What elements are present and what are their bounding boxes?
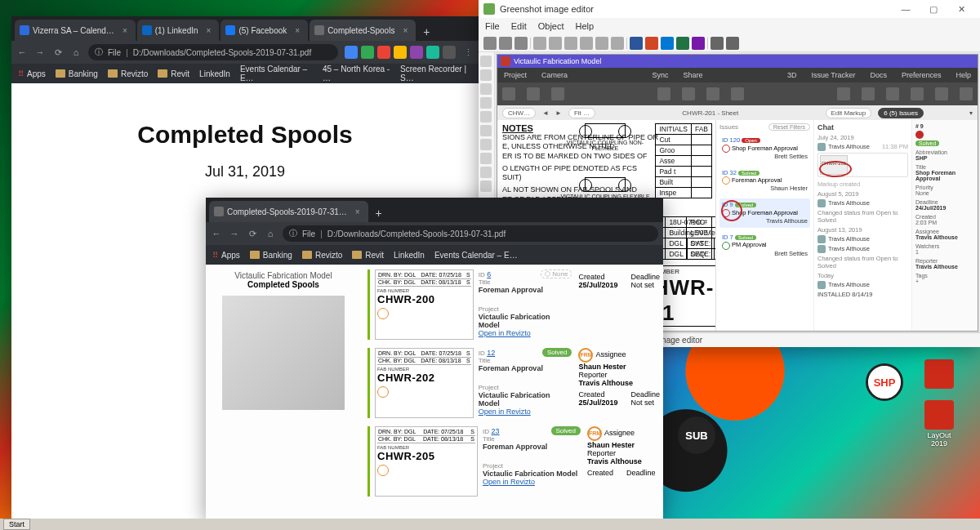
rvz-tool-icon[interactable] <box>657 87 670 100</box>
bookmark[interactable]: LinkedIn <box>394 251 425 260</box>
powerpoint-icon[interactable] <box>645 37 658 50</box>
ext-icon[interactable] <box>394 46 407 59</box>
bookmark[interactable]: Banking <box>250 251 292 260</box>
crop-tool[interactable] <box>480 167 492 178</box>
issues-count-chip[interactable]: 6 (5) Issues <box>878 108 924 118</box>
nav-next-icon[interactable]: ► <box>555 109 562 117</box>
edit-markup-button[interactable]: Edit Markup <box>826 108 872 118</box>
open-in-revizto-link[interactable]: Open in Revizto <box>479 408 531 416</box>
ext-icon[interactable] <box>361 46 374 59</box>
counter-tool[interactable] <box>480 180 492 192</box>
bookmark[interactable]: Events Calendar – E… <box>240 65 313 82</box>
rvz-tool-icon[interactable] <box>551 87 564 100</box>
new-tab-button[interactable]: + <box>417 23 435 41</box>
reload-icon[interactable]: ⟳ <box>52 47 64 58</box>
ext-icon[interactable] <box>345 46 358 59</box>
close-icon[interactable]: × <box>295 26 300 35</box>
bookmark[interactable]: LinkedIn <box>199 69 230 78</box>
apps-button[interactable]: ⠿Apps <box>18 69 46 78</box>
issue-id-link[interactable]: 12 <box>487 349 495 357</box>
issue-item[interactable]: ID 120 OpenShop Foreman ApprovalBrett Se… <box>719 134 810 163</box>
rvz-tool-icon[interactable] <box>935 87 948 100</box>
forward-icon[interactable]: → <box>34 47 46 57</box>
apps-button[interactable]: ⠿Apps <box>212 251 240 260</box>
rvz-tool-icon[interactable] <box>682 87 695 100</box>
open-in-revizto-link[interactable]: Open in Revizto <box>479 329 531 337</box>
blur-tool[interactable] <box>480 153 492 164</box>
bookmark[interactable]: Revizto <box>108 69 148 78</box>
clipboard-icon[interactable] <box>499 37 512 50</box>
tab-vizerra[interactable]: Vizerra SA – Calend…× <box>15 20 136 41</box>
reload-icon[interactable]: ⟳ <box>247 229 258 239</box>
rvz-tool-icon[interactable] <box>837 87 850 100</box>
bookmark[interactable]: 45 – North Korea - … <box>323 65 390 82</box>
rvz-tool-icon[interactable] <box>502 87 515 100</box>
new-tab-button[interactable]: + <box>370 204 388 222</box>
bookmark[interactable]: Banking <box>56 69 98 78</box>
tab-linkedin[interactable]: (1) LinkedIn× <box>137 20 220 41</box>
onenote-icon[interactable] <box>692 37 705 50</box>
start-button[interactable]: Start <box>3 519 30 530</box>
outlook-icon[interactable] <box>661 37 674 50</box>
rvz-tool-icon[interactable] <box>527 87 540 100</box>
menu-icon[interactable]: ⋮ <box>462 47 474 58</box>
ext-icon[interactable] <box>410 46 423 59</box>
nav-prev-icon[interactable]: ◄ <box>542 109 549 117</box>
menu-help[interactable]: Help <box>576 21 595 31</box>
close-icon[interactable]: × <box>122 26 127 35</box>
omnibox[interactable]: ⓘ File| D:/Downloads/Completed-Spools-20… <box>283 225 658 242</box>
print-icon[interactable] <box>514 37 528 50</box>
back-icon[interactable]: ← <box>16 47 28 57</box>
excel-icon[interactable] <box>676 37 689 50</box>
issue-item[interactable]: ID 32 SolvedForeman ApprovalShaun Hester <box>719 167 810 196</box>
rvz-tool-icon[interactable] <box>862 87 875 100</box>
bookmark[interactable]: Revit <box>352 251 384 260</box>
omnibox[interactable]: ⓘ File | D:/Downloads/Completed-Spools-2… <box>88 44 338 60</box>
menu-edit[interactable]: Edit <box>511 21 527 31</box>
tool-icon[interactable] <box>611 37 624 50</box>
bookmark[interactable]: Events Calendar – E… <box>434 251 518 260</box>
tab-facebook[interactable]: (5) Facebook× <box>220 20 308 41</box>
word-icon[interactable] <box>630 37 643 50</box>
tool-icon[interactable] <box>580 37 593 50</box>
tool-icon[interactable] <box>564 37 577 50</box>
reset-filters-button[interactable]: Reset Filters <box>768 123 810 131</box>
ext-icon[interactable] <box>443 46 456 59</box>
open-in-revizto-link[interactable]: Open in Revizto <box>483 478 535 486</box>
chip[interactable]: Fit … <box>568 108 595 118</box>
bookmark[interactable]: Screen Recorder | S… <box>400 65 472 82</box>
menu-file[interactable]: File <box>485 21 500 31</box>
taskbar[interactable]: Start <box>0 519 980 530</box>
rvz-tool-icon[interactable] <box>731 87 744 100</box>
home-icon[interactable]: ⌂ <box>265 229 276 238</box>
close-button[interactable]: ✕ <box>947 0 975 18</box>
ext-icon[interactable] <box>377 46 390 59</box>
tab-completed-spools[interactable]: Completed-Spools× <box>310 20 416 41</box>
issue-id-link[interactable]: 23 <box>492 427 500 435</box>
text-tool[interactable] <box>480 125 492 136</box>
back-icon[interactable]: ← <box>211 229 222 238</box>
chip[interactable]: CHW… <box>502 108 536 118</box>
bookmark[interactable]: Revizto <box>302 251 342 260</box>
ellipse-tool[interactable] <box>480 83 492 95</box>
menu-object[interactable]: Object <box>538 21 564 31</box>
issue-id-link[interactable]: 6 <box>487 270 491 278</box>
line-tool[interactable] <box>480 97 492 109</box>
tool-icon[interactable] <box>533 37 546 50</box>
close-icon[interactable]: × <box>403 26 408 35</box>
settings-icon[interactable] <box>710 37 724 50</box>
maximize-button[interactable]: ▢ <box>920 0 947 18</box>
select-tool[interactable] <box>480 56 492 67</box>
minimize-button[interactable]: — <box>892 0 920 18</box>
save-icon[interactable] <box>483 37 497 50</box>
arrow-tool[interactable] <box>480 111 492 122</box>
help-icon[interactable] <box>726 37 739 50</box>
desktop-icon[interactable] <box>924 359 954 389</box>
rvz-tool-icon[interactable] <box>706 87 719 100</box>
tool-icon[interactable] <box>595 37 608 50</box>
titlebar[interactable]: Greenshot image editor — ▢ ✕ <box>479 0 980 18</box>
rvz-tool-icon[interactable] <box>886 87 899 100</box>
highlight-tool[interactable] <box>480 139 492 150</box>
rect-tool[interactable] <box>480 69 492 81</box>
tab-completed-spools[interactable]: Completed-Spools-2019-07-31…× <box>209 201 368 222</box>
